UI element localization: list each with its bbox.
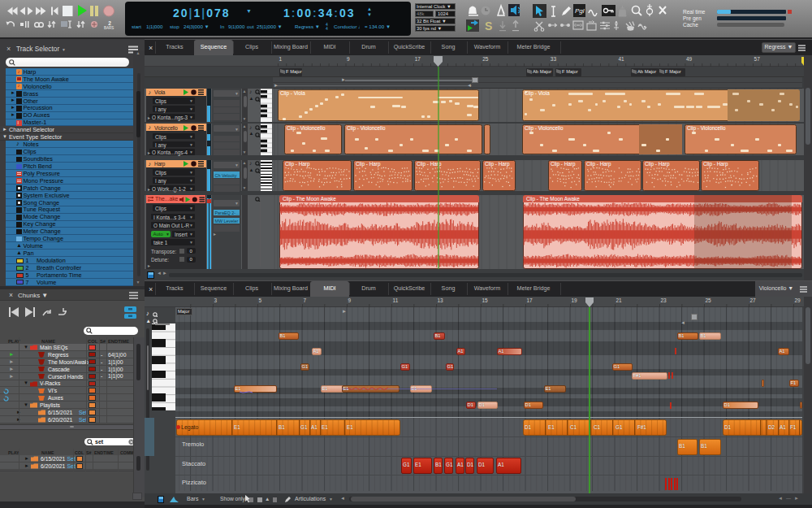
svg-text:S: S — [485, 20, 492, 33]
svg-text:Pgl: Pgl — [575, 7, 585, 15]
